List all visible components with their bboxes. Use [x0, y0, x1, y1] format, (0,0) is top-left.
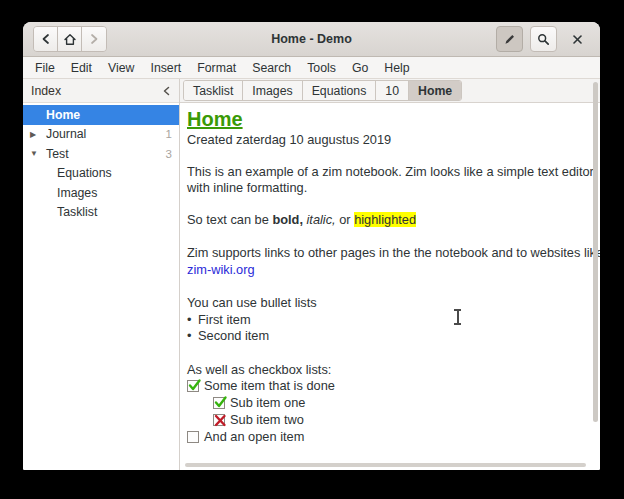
expander-collapsed-icon[interactable]: ▶: [30, 130, 36, 139]
bullet-item: •Second item: [187, 328, 586, 345]
page-editor[interactable]: Home Created zaterdag 10 augustus 2019 T…: [180, 103, 600, 470]
page-count-badge: 3: [166, 148, 172, 160]
forward-chevron-icon: [89, 33, 99, 45]
menu-insert[interactable]: Insert: [142, 58, 189, 78]
menu-go[interactable]: Go: [344, 58, 376, 78]
checkbox-label: Sub item two: [230, 412, 304, 429]
checkbox-label: Sub item one: [230, 395, 305, 412]
checkbox-open-icon[interactable]: [187, 431, 199, 443]
tree-item-home[interactable]: Home: [23, 105, 179, 125]
sidebar-header: Index: [23, 79, 179, 103]
checkbox-intro: As well as checkbox lists:: [187, 362, 586, 379]
checkbox-item: Sub item one: [187, 395, 586, 412]
tab-images[interactable]: Images: [243, 81, 302, 100]
tab-tasklist[interactable]: Tasklist: [184, 81, 243, 100]
checkbox-label: And an open item: [204, 429, 304, 446]
tree-item-journal[interactable]: ▶ Journal 1: [23, 125, 179, 145]
search-button[interactable]: [530, 26, 557, 52]
tab-bar: Tasklist Images Equations 10 Home: [180, 79, 600, 103]
links-line-1: Zim supports links to other pages in the…: [187, 245, 586, 262]
page-count-badge: 1: [166, 128, 172, 140]
checkbox-label: Some item that is done: [204, 378, 335, 395]
bullet-label: First item: [198, 312, 251, 327]
tree-item-images[interactable]: Images: [23, 183, 179, 203]
home-icon: [63, 33, 77, 46]
link-prefix: Zim supports links to other pages in the…: [187, 245, 600, 260]
pencil-icon: [503, 33, 516, 46]
menu-view[interactable]: View: [100, 58, 142, 78]
tree-item-label: Journal: [46, 127, 86, 141]
nav-button-group: [33, 26, 107, 52]
intro-line-1: This is an example of a zim notebook. Zi…: [187, 164, 586, 181]
forward-button[interactable]: [82, 27, 106, 51]
collapse-sidebar-icon[interactable]: [162, 86, 171, 96]
checkbox-item: Sub item two: [187, 412, 586, 429]
created-line: Created zaterdag 10 augustus 2019: [187, 132, 586, 149]
bullet-icon: •: [187, 328, 198, 345]
menu-edit[interactable]: Edit: [63, 58, 100, 78]
tree-item-test[interactable]: ▼ Test 3: [23, 144, 179, 164]
tree-item-label: Images: [57, 186, 97, 200]
bullet-item: •First item: [187, 312, 586, 329]
sep: or: [336, 212, 355, 227]
external-link[interactable]: zim-wiki.org: [187, 262, 255, 277]
bold-text: bold,: [272, 212, 303, 227]
page-heading: Home: [187, 106, 586, 132]
close-button[interactable]: [564, 26, 590, 52]
format-prefix: So text can be: [187, 212, 272, 227]
tree-item-equations[interactable]: Equations: [23, 164, 179, 184]
tree-item-label: Home: [46, 108, 80, 122]
tab-10[interactable]: 10: [376, 81, 409, 100]
main-area: Index Home ▶ Journal 1 ▼ Test 3: [23, 79, 600, 470]
close-icon: [572, 34, 583, 45]
tab-equations[interactable]: Equations: [303, 81, 377, 100]
magnifier-icon: [537, 33, 550, 46]
checkbox-checked-icon[interactable]: [213, 397, 225, 409]
checkbox-item: Some item that is done: [187, 378, 586, 395]
italic-text: italic,: [307, 212, 336, 227]
zim-window: Home - Demo File Edit View Insert: [23, 22, 600, 470]
titlebar-actions: [496, 26, 590, 52]
tab-group: Tasklist Images Equations 10 Home: [183, 80, 462, 101]
checkbox-checked-icon[interactable]: [187, 380, 199, 392]
menu-search[interactable]: Search: [244, 58, 299, 78]
tree-item-label: Equations: [57, 166, 112, 180]
tree-item-label: Test: [46, 147, 69, 161]
links-line-2: zim-wiki.org: [187, 262, 586, 279]
menubar: File Edit View Insert Format Search Tool…: [23, 57, 600, 79]
sidebar-title: Index: [31, 84, 162, 98]
bullet-label: Second item: [198, 328, 269, 343]
vertical-scrollbar-thumb[interactable]: [593, 82, 598, 422]
bullets-intro: You can use bullet lists: [187, 295, 586, 312]
home-button[interactable]: [58, 27, 82, 51]
titlebar[interactable]: Home - Demo: [23, 22, 600, 57]
page-tree: Home ▶ Journal 1 ▼ Test 3 Equations Imag…: [23, 103, 179, 470]
edit-toggle-button[interactable]: [496, 26, 523, 52]
format-demo-line: So text can be bold, italic, or highligh…: [187, 212, 586, 229]
text-cursor-pointer: [453, 308, 462, 326]
desktop-background: Home - Demo File Edit View Insert: [0, 0, 624, 499]
tree-item-label: Tasklist: [57, 205, 97, 219]
checkbox-item: And an open item: [187, 428, 586, 445]
intro-line-2: with inline formatting.: [187, 180, 586, 197]
tree-item-tasklist[interactable]: Tasklist: [23, 203, 179, 223]
highlighted-text: highlighted: [354, 212, 416, 227]
index-sidebar: Index Home ▶ Journal 1 ▼ Test 3: [23, 79, 179, 470]
back-button[interactable]: [34, 27, 58, 51]
page-pane: Tasklist Images Equations 10 Home Home C…: [180, 79, 600, 470]
checkbox-crossed-icon[interactable]: [213, 414, 225, 426]
menu-format[interactable]: Format: [189, 58, 244, 78]
horizontal-scrollbar[interactable]: [185, 463, 586, 467]
menu-tools[interactable]: Tools: [299, 58, 344, 78]
menu-file[interactable]: File: [27, 58, 63, 78]
menu-help[interactable]: Help: [376, 58, 417, 78]
tab-home[interactable]: Home: [409, 81, 461, 100]
expander-expanded-icon[interactable]: ▼: [30, 149, 38, 158]
bullet-icon: •: [187, 312, 198, 329]
back-chevron-icon: [41, 33, 51, 45]
vertical-scrollbar[interactable]: [593, 82, 598, 460]
